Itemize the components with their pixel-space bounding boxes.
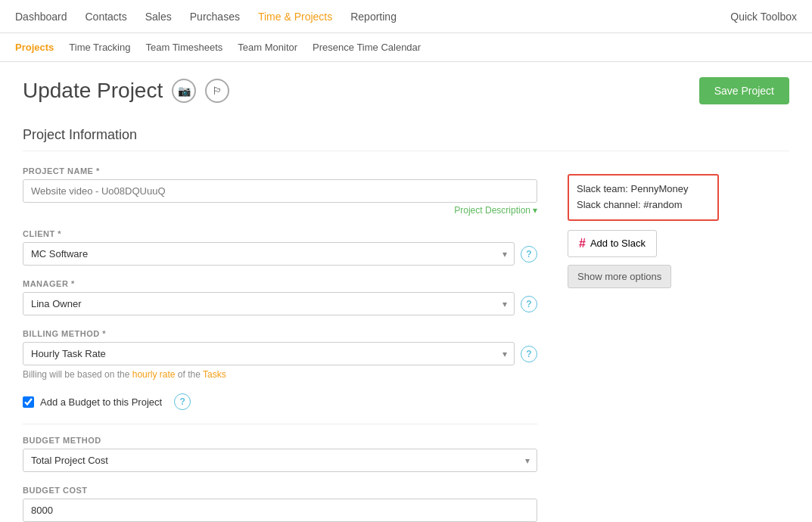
project-name-input[interactable] [23,179,537,203]
slack-info-box: Slack team: PennyMoney Slack channel: #r… [568,174,719,221]
project-description-text: Project Description [454,205,530,216]
manager-group: MANAGER * Lina Owner ▾ ? [23,279,537,315]
nav-contacts[interactable]: Contacts [86,0,127,33]
billing-select[interactable]: Hourly Task Rate [23,342,515,365]
subnav-time-tracking[interactable]: Time Tracking [69,33,130,62]
question-mark-billing: ? [526,349,531,359]
budget-method-label: BUDGET METHOD [23,436,537,445]
project-name-group: PROJECT NAME * Project Description ▾ [23,166,537,216]
subnav-projects[interactable]: Projects [15,33,54,62]
manager-label: MANAGER * [23,279,537,288]
question-mark-manager: ? [526,299,531,309]
budget-method-select[interactable]: Total Project Cost [23,449,537,472]
client-group: CLIENT * MC Software ▾ ? [23,229,537,266]
project-name-label: PROJECT NAME * [23,166,537,176]
page-header: Update Project 📷 🏳 Save Project [23,77,789,104]
page-title: Update Project [23,79,163,103]
subnav-presence-time-calendar[interactable]: Presence Time Calendar [313,33,421,62]
client-select[interactable]: MC Software [23,242,515,266]
manager-select-wrap: Lina Owner ▾ [23,292,515,315]
subnav-team-timesheets[interactable]: Team Timesheets [145,33,222,62]
billing-method-label: BILLING METHOD * [23,329,537,338]
slack-logo-icon: # [579,237,586,250]
billing-note-highlight: hourly rate [132,369,176,380]
client-label: CLIENT * [23,229,537,238]
show-more-options-button[interactable]: Show more options [568,265,671,288]
manager-input-wrap: Lina Owner ▾ ? [23,292,537,315]
nav-reporting[interactable]: Reporting [350,0,397,33]
nav-sales[interactable]: Sales [145,0,172,33]
page-title-area: Update Project 📷 🏳 [23,79,229,103]
top-navigation: Dashboard Contacts Sales Purchases Time … [0,0,812,33]
sub-navigation: Projects Time Tracking Team Timesheets T… [0,33,812,62]
budget-help-icon[interactable]: ? [174,393,191,410]
form-main: PROJECT NAME * Project Description ▾ CLI… [23,166,537,522]
add-budget-checkbox[interactable] [23,396,34,408]
billing-method-group: BILLING METHOD * Hourly Task Rate ▾ ? Bi… [23,329,537,380]
chevron-down-icon: ▾ [533,205,537,216]
form-side: Slack team: PennyMoney Slack channel: #r… [568,166,719,522]
slack-channel: Slack channel: #random [577,197,710,213]
billing-note-tasks: Tasks [203,369,226,380]
add-to-slack-button[interactable]: # Add to Slack [568,230,657,257]
project-description-link[interactable]: Project Description ▾ [23,205,537,216]
billing-help-icon[interactable]: ? [521,346,537,362]
add-budget-label: Add a Budget to this Project [40,396,162,408]
camera-icon-button[interactable]: 📷 [172,79,196,103]
billing-note: Billing will be based on the hourly rate… [23,369,537,380]
question-mark-budget: ? [179,396,185,407]
question-mark: ? [526,249,531,259]
nav-dashboard[interactable]: Dashboard [15,0,67,33]
client-select-wrap: MC Software ▾ [23,242,515,266]
quick-toolbox[interactable]: Quick Toolbox [730,11,797,23]
budget-method-group: BUDGET METHOD Total Project Cost ▾ [23,424,537,472]
billing-input-wrap: Hourly Task Rate ▾ ? [23,342,537,365]
nav-time-projects[interactable]: Time & Projects [258,0,332,33]
page-content: Update Project 📷 🏳 Save Project Project … [0,62,812,522]
save-project-button[interactable]: Save Project [699,77,789,104]
client-input-wrap: MC Software ▾ ? [23,242,537,266]
budget-method-select-wrap: Total Project Cost ▾ [23,449,537,472]
billing-select-wrap: Hourly Task Rate ▾ [23,342,515,365]
client-help-icon[interactable]: ? [521,246,537,263]
manager-select[interactable]: Lina Owner [23,292,515,315]
budget-cost-input[interactable] [23,499,537,522]
flag-icon-button[interactable]: 🏳 [205,79,229,103]
budget-cost-group: BUDGET COST [23,486,537,522]
camera-icon: 📷 [178,85,191,97]
manager-help-icon[interactable]: ? [521,296,537,312]
form-layout: PROJECT NAME * Project Description ▾ CLI… [23,166,789,522]
subnav-team-monitor[interactable]: Team Monitor [238,33,297,62]
slack-team: Slack team: PennyMoney [577,182,710,197]
section-title: Project Information [23,127,789,151]
flag-icon: 🏳 [212,85,222,97]
nav-purchases[interactable]: Purchases [190,0,240,33]
add-budget-row: Add a Budget to this Project ? [23,393,537,410]
add-to-slack-label: Add to Slack [590,238,646,249]
budget-cost-label: BUDGET COST [23,486,537,495]
